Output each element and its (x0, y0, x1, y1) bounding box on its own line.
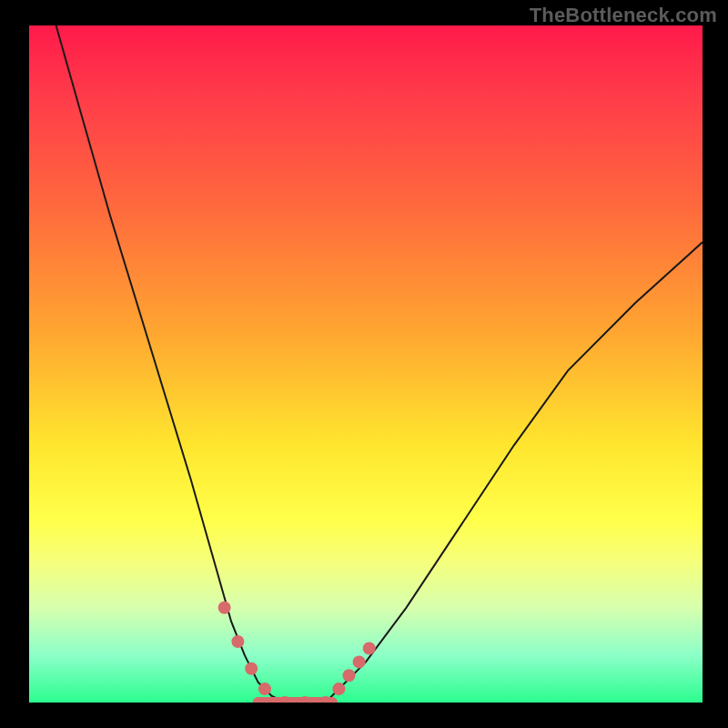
marker-dot (218, 602, 231, 614)
marker-dot (353, 655, 366, 668)
watermark-text: TheBottleneck.com (530, 4, 717, 27)
marker-dot (343, 669, 356, 682)
marker-dot (258, 682, 271, 695)
plot-area (29, 25, 703, 703)
marker-dot (245, 662, 258, 675)
chart-svg (29, 25, 703, 703)
bottleneck-curve (56, 25, 703, 703)
chart-stage: TheBottleneck.com (0, 0, 728, 728)
marker-group (218, 602, 376, 703)
marker-dot (231, 635, 244, 648)
marker-dot (332, 682, 345, 695)
marker-dot (363, 642, 376, 655)
